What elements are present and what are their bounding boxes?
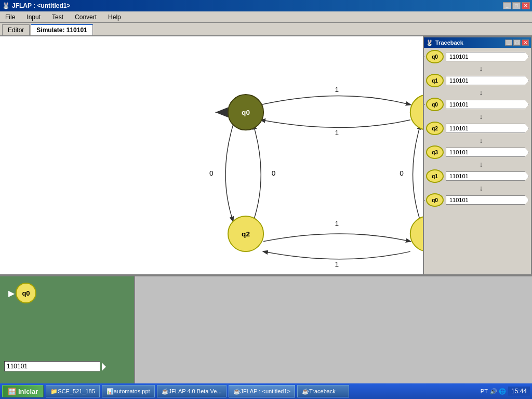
transition-q0-q2	[225, 125, 233, 221]
tb-input-3: 110101	[446, 124, 529, 133]
traceback-title: Traceback	[435, 39, 463, 46]
taskbar-jflap2-label: JFLAP : <untitled1>	[241, 388, 290, 394]
taskbar-ppt[interactable]: 📊 automatos.ppt	[102, 385, 155, 397]
sim-input-field[interactable]	[4, 361, 100, 371]
close-button[interactable]: ✕	[522, 2, 530, 9]
label-q2-q0: 0	[272, 169, 276, 177]
sim-input-area	[4, 361, 130, 371]
taskbar-traceback[interactable]: ☕ Traceback	[297, 385, 349, 397]
ppt-icon: 📊	[107, 388, 114, 395]
simulation-right-panel	[135, 276, 532, 390]
traceback-row-0: ▶q0 110101	[426, 50, 529, 63]
traceback-title-area: 🐰 Traceback	[426, 39, 463, 46]
menu-input[interactable]: Input	[23, 12, 44, 22]
maximize-button[interactable]: □	[512, 2, 521, 9]
transition-q2-q0	[254, 125, 261, 221]
taskbar-traceback-label: Traceback	[309, 388, 336, 394]
traceback-row-5: q1 110101	[426, 169, 529, 183]
java-icon-3: ☕	[302, 388, 309, 395]
traceback-row-2: ▶q0 110101	[426, 98, 529, 111]
transition-q3-q1	[413, 125, 421, 221]
tab-bar: Editor Simulate: 110101	[0, 23, 532, 36]
tab-simulate[interactable]: Simulate: 110101	[31, 24, 92, 35]
state-q2-label: q2	[242, 230, 250, 238]
tab-editor[interactable]: Editor	[2, 24, 30, 35]
label-q0-q2: 0	[209, 169, 214, 177]
transition-q1-q0	[261, 120, 410, 128]
sim-state-container: ▶ q0	[8, 283, 36, 303]
tb-arrow-1: ↓	[426, 88, 529, 97]
traceback-window: 🐰 Traceback _ □ ✕ ▶q0 110101 ↓ q1 1	[423, 36, 532, 275]
tb-initial-arrow-6: ▶	[424, 197, 424, 203]
sim-current-state: q0	[16, 283, 36, 303]
tb-initial-arrow-2: ▶	[424, 102, 424, 107]
tb-arrow-5: ↓	[426, 184, 529, 192]
traceback-icon: 🐰	[426, 39, 433, 46]
window-title: JFLAP : <untitled1>	[12, 2, 70, 9]
traceback-row-6: ▶q0 110101	[426, 193, 529, 207]
taskbar-jflap1-label: JFLAP 4.0 Beta Ve...	[169, 388, 222, 394]
tb-state-5: q1	[426, 169, 444, 183]
transition-q3-q2	[263, 251, 410, 259]
traceback-content: ▶q0 110101 ↓ q1 110101 ↓ ▶q0 110101 ↓ q	[424, 48, 531, 275]
folder-icon: 📁	[50, 388, 58, 395]
app-icon: 🐰	[2, 2, 10, 9]
transition-q0-q1	[261, 96, 410, 105]
label-q1-q0: 1	[335, 129, 339, 137]
minimize-button[interactable]: _	[503, 2, 511, 9]
traceback-row-1: q1 110101	[426, 74, 529, 87]
tb-arrow-2: ↓	[426, 112, 529, 121]
tb-arrow-4: ↓	[426, 160, 529, 168]
start-label: Iniciar	[18, 388, 38, 395]
traceback-minimize[interactable]: _	[505, 39, 512, 46]
traceback-row-3: q2 110101	[426, 122, 529, 135]
menu-file[interactable]: File	[2, 12, 18, 22]
taskbar-right: PT 🔊 🌐 15:44	[481, 387, 530, 396]
tb-state-0: ▶q0	[426, 50, 444, 63]
tb-input-5: 110101	[446, 171, 529, 181]
taskbar-sce[interactable]: 📁 SCE_521_185	[46, 385, 100, 397]
tb-input-4: 110101	[446, 148, 529, 157]
sim-initial-arrow: ▶	[8, 288, 15, 298]
tb-arrow-3: ↓	[426, 136, 529, 144]
tb-initial-arrow-0: ▶	[424, 54, 424, 59]
traceback-controls: _ □ ✕	[505, 39, 529, 46]
language-indicator: PT	[481, 388, 488, 394]
label-q2-q3: 1	[335, 220, 339, 228]
start-button[interactable]: 🪟 Iniciar	[2, 385, 44, 397]
sim-input-arrow	[102, 363, 106, 371]
taskbar: 🪟 Iniciar 📁 SCE_521_185 📊 automatos.ppt …	[0, 383, 532, 399]
tb-state-3: q2	[426, 122, 444, 135]
taskbar-jflap1[interactable]: ☕ JFLAP 4.0 Beta Ve...	[157, 385, 227, 397]
title-bar-left: 🐰 JFLAP : <untitled1>	[2, 2, 70, 9]
traceback-maximize[interactable]: □	[513, 39, 521, 46]
java-icon-1: ☕	[162, 388, 169, 395]
transition-q2-q3	[263, 234, 410, 242]
label-q3-q1: 0	[400, 169, 404, 177]
tb-state-1: q1	[426, 74, 444, 87]
tb-input-6: 110101	[446, 195, 529, 205]
tb-input-1: 110101	[446, 76, 529, 85]
traceback-row-4: q3 110101	[426, 145, 529, 159]
taskbar-ppt-label: automatos.ppt	[114, 388, 150, 394]
simulation-area: ▶ q0	[0, 275, 532, 390]
title-bar-controls: _ □ ✕	[503, 2, 530, 9]
traceback-close[interactable]: ✕	[522, 39, 529, 46]
windows-logo: 🪟	[8, 388, 16, 395]
clock: 15:44	[508, 387, 530, 396]
tb-state-6: ▶q0	[426, 193, 444, 207]
menu-bar: File Input Test Convert Help	[0, 11, 532, 23]
tb-state-4: q3	[426, 145, 444, 159]
title-bar: 🐰 JFLAP : <untitled1> _ □ ✕	[0, 0, 532, 11]
menu-convert[interactable]: Convert	[72, 12, 100, 22]
system-tray: 🔊 🌐	[490, 388, 506, 395]
label-q0-q1: 1	[335, 86, 339, 94]
simulation-panel: ▶ q0	[0, 276, 135, 390]
menu-help[interactable]: Help	[105, 12, 124, 22]
menu-test[interactable]: Test	[49, 12, 66, 22]
state-q0-label: q0	[242, 109, 250, 116]
canvas-area: 1 1 0 0 0 0 1 1 q0 q1 q2	[0, 36, 532, 275]
java-icon-2: ☕	[233, 388, 241, 395]
taskbar-sce-label: SCE_521_185	[58, 388, 95, 394]
taskbar-jflap2[interactable]: ☕ JFLAP : <untitled1>	[229, 385, 295, 397]
